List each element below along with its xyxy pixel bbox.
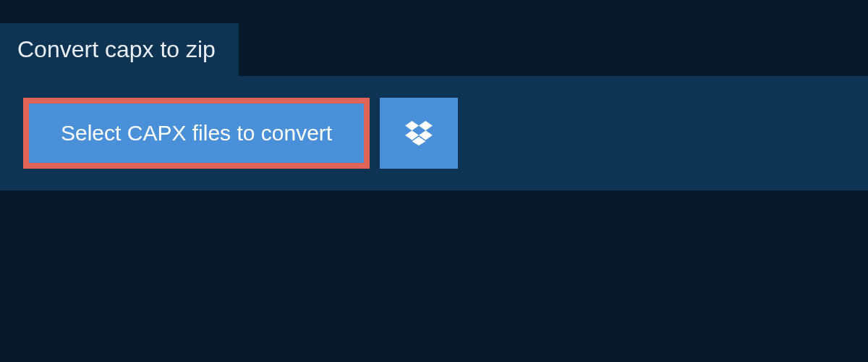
select-files-label: Select CAPX files to convert (61, 121, 332, 146)
converter-panel: Select CAPX files to convert (0, 76, 868, 190)
dropbox-button[interactable] (380, 98, 458, 169)
tab-header: Convert capx to zip (0, 23, 239, 76)
dropbox-icon (405, 121, 433, 146)
button-row: Select CAPX files to convert (23, 98, 845, 169)
page-title: Convert capx to zip (17, 36, 216, 63)
select-files-button[interactable]: Select CAPX files to convert (23, 98, 370, 169)
